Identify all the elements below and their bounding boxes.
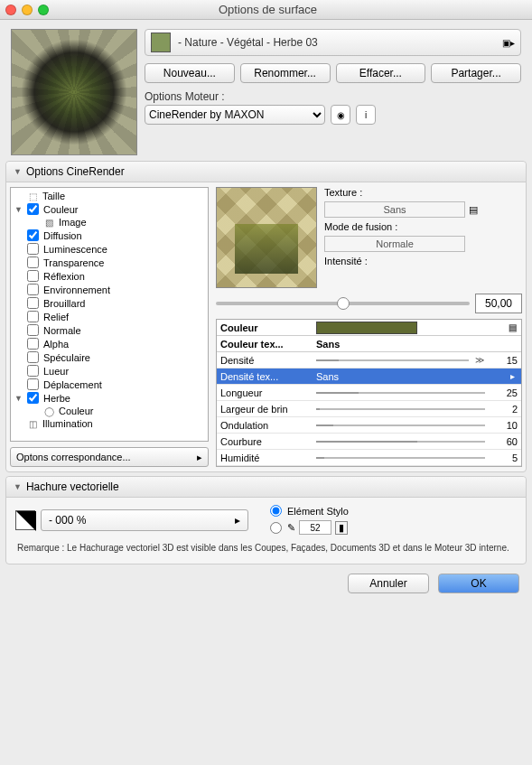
dialog-footer: Annuler OK [0, 568, 532, 602]
correspondence-button[interactable]: Optons correspondance...▸ [10, 447, 209, 467]
tree-item-transparence[interactable]: Transparence [11, 256, 208, 269]
param-densite-row[interactable]: Densité ≫ 15 [217, 352, 521, 369]
tree-item-herbe[interactable]: ▼Herbe [11, 391, 208, 405]
cinerender-title: Options CineRender [26, 165, 125, 178]
hatch-preview-swatch [15, 510, 35, 530]
param-humidite-row[interactable]: Humidité 5 [217, 450, 521, 466]
remark-text: Remarque : Le Hachurage vectoriel 3D est… [6, 538, 526, 564]
engine-info-icon[interactable]: i [356, 105, 376, 125]
luminescence-checkbox[interactable] [27, 243, 39, 255]
chevron-down-icon: ▼ [14, 482, 22, 491]
texture-field[interactable]: Sans [324, 201, 465, 218]
couleur-checkbox[interactable] [27, 203, 39, 215]
tree-item-alpha[interactable]: Alpha [11, 337, 208, 350]
element-stylo-radio[interactable]: Elément Stylo [270, 505, 349, 517]
parameter-table: Couleur ▤ Couleur tex... Sans Densité ≫ … [216, 319, 522, 467]
tree-item-reflexion[interactable]: Réflexion [11, 269, 208, 283]
hachure-title: Hachure vectorielle [26, 480, 119, 493]
texture-picker-icon[interactable]: ▤ [469, 204, 481, 216]
rename-button[interactable]: Renommer... [240, 63, 331, 83]
material-path-bar[interactable]: - Nature - Végétal - Herbe 03 ▣▸ [145, 29, 521, 56]
param-largeur-row[interactable]: Largeur de brin 2 [217, 401, 521, 417]
couleur-swatch[interactable] [316, 322, 417, 334]
relief-checkbox[interactable] [27, 311, 39, 322]
lueur-checkbox[interactable] [27, 365, 39, 377]
material-thumbnail [11, 29, 137, 155]
chevron-down-icon: ▼ [14, 167, 22, 176]
couleur-picker-icon[interactable]: ▤ [507, 322, 518, 332]
pen-color-swatch[interactable]: ▮ [335, 521, 348, 535]
intensity-value[interactable] [475, 294, 522, 313]
delete-button[interactable]: Effacer... [336, 63, 426, 83]
param-couleur-tex-row[interactable]: Couleur tex... Sans [217, 336, 521, 352]
zoom-icon[interactable] [38, 5, 49, 15]
material-path: - Nature - Végétal - Herbe 03 [178, 36, 495, 49]
chevron-right-icon: ▸ [197, 452, 202, 463]
tree-item-taille[interactable]: ⬚Taille [11, 190, 208, 202]
cinerender-section: ▼ Options CineRender ⬚Taille ▼Couleur ▧I… [5, 161, 527, 472]
minimize-icon[interactable] [22, 5, 33, 15]
chevron-right-icon[interactable]: ▸ [507, 371, 518, 381]
titlebar: Options de surface [0, 0, 532, 20]
brouillard-checkbox[interactable] [27, 297, 39, 309]
param-courbure-row[interactable]: Courbure 60 [217, 434, 521, 450]
tree-item-luminescence[interactable]: Luminescence [11, 242, 208, 256]
tree-item-speculaire[interactable]: Spéculaire [11, 350, 208, 364]
diffusion-checkbox[interactable] [27, 229, 39, 241]
engine-label: Options Moteur : [145, 90, 521, 103]
alpha-checkbox[interactable] [27, 338, 39, 350]
tree-item-relief[interactable]: Relief [11, 310, 208, 323]
engine-sphere-icon[interactable]: ◉ [331, 105, 350, 125]
deplacement-checkbox[interactable] [27, 378, 39, 390]
chevron-right-icon: ≫ [474, 355, 485, 365]
param-densite-tex-row[interactable]: Densité tex... Sans ▸ [217, 369, 521, 385]
tree-item-herbe-couleur[interactable]: ◯Couleur [11, 405, 208, 417]
cinerender-header[interactable]: ▼ Options CineRender [6, 162, 526, 182]
material-swatch [151, 33, 171, 52]
pen-number-field[interactable] [299, 520, 331, 535]
tree-item-brouillard[interactable]: Brouillard [11, 296, 208, 310]
material-picker-icon[interactable]: ▣▸ [502, 38, 515, 48]
param-longueur-row[interactable]: Longueur 25 [217, 385, 521, 401]
texture-label: Texture : [324, 187, 522, 198]
hachure-header[interactable]: ▼ Hachure vectorielle [6, 477, 526, 498]
share-button[interactable]: Partager... [431, 63, 521, 83]
reflexion-checkbox[interactable] [27, 270, 39, 282]
speculaire-checkbox[interactable] [27, 351, 39, 363]
tree-item-diffusion[interactable]: Diffusion [11, 229, 208, 242]
custom-pen-radio[interactable]: ✎ ▮ [270, 520, 349, 535]
tree-item-normale[interactable]: Normale [11, 323, 208, 337]
intensity-slider[interactable] [216, 297, 470, 310]
ok-button[interactable]: OK [438, 574, 519, 593]
hatch-fill-select[interactable]: - 000 % ▸ [41, 509, 248, 531]
tree-item-environnement[interactable]: Environnement [11, 283, 208, 296]
tree-item-illumination[interactable]: ◫Illumination [11, 417, 208, 430]
window-title: Options de surface [54, 3, 481, 16]
hachure-section: ▼ Hachure vectorielle - 000 % ▸ Elément … [5, 476, 527, 564]
param-ondulation-row[interactable]: Ondulation 10 [217, 417, 521, 434]
normale-checkbox[interactable] [27, 324, 39, 336]
cancel-button[interactable]: Annuler [348, 574, 429, 593]
close-icon[interactable] [5, 5, 16, 15]
engine-select[interactable]: CineRender by MAXON [145, 105, 325, 125]
tree-item-couleur[interactable]: ▼Couleur [11, 202, 208, 216]
new-button[interactable]: Nouveau... [145, 63, 235, 83]
environnement-checkbox[interactable] [27, 284, 39, 295]
channel-preview [216, 187, 317, 288]
param-couleur-row[interactable]: Couleur ▤ [217, 320, 521, 336]
blend-mode-label: Mode de fusion : [324, 221, 522, 232]
intensity-label: Intensité : [324, 256, 522, 266]
blend-mode-field[interactable]: Normale [324, 236, 465, 252]
transparence-checkbox[interactable] [27, 257, 39, 268]
tree-item-lueur[interactable]: Lueur [11, 364, 208, 378]
channel-tree[interactable]: ⬚Taille ▼Couleur ▧Image Diffusion Lumine… [10, 187, 209, 442]
tree-item-image[interactable]: ▧Image [11, 216, 208, 229]
pen-icon: ✎ [287, 522, 295, 534]
chevron-right-icon: ▸ [235, 514, 240, 527]
herbe-checkbox[interactable] [27, 392, 39, 404]
tree-item-deplacement[interactable]: Déplacement [11, 378, 208, 391]
